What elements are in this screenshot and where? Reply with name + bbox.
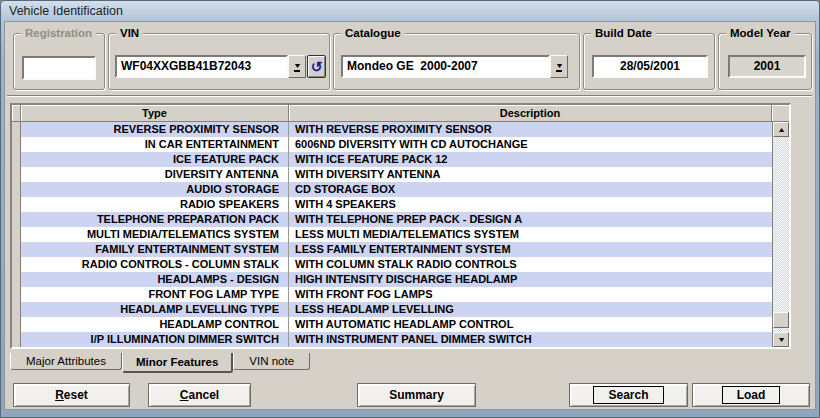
row-gutter <box>12 182 21 197</box>
row-description: WITH 4 SPEAKERS <box>289 197 772 212</box>
row-description: HIGH INTENSITY DISCHARGE HEADLAMP <box>289 272 772 287</box>
scroll-down-icon: ▼ <box>777 336 786 343</box>
catalogue-group: Catalogue Mondeo GE 2000-2007 ▼ <box>333 33 580 90</box>
tab-major-attributes[interactable]: Major Attributes <box>10 353 122 370</box>
row-type: IN CAR ENTERTAINMENT <box>21 137 289 152</box>
build-date-input[interactable]: 28/05/2001 <box>592 55 708 78</box>
cancel-button[interactable]: Cancel <box>148 383 251 407</box>
load-button[interactable]: Load <box>692 383 810 407</box>
vin-undo-button[interactable]: ↺ <box>307 55 326 78</box>
catalogue-combobox: Mondeo GE 2000-2007 ▼ <box>341 55 568 78</box>
scrollbar-track[interactable] <box>773 137 789 332</box>
row-gutter <box>12 332 21 347</box>
column-header-description: Description <box>289 105 772 121</box>
row-gutter <box>12 302 21 317</box>
row-description: LESS MULTI MEDIA/TELEMATICS SYSTEM <box>289 227 772 242</box>
tab-vin-note[interactable]: VIN note <box>233 353 310 370</box>
row-type: ICE FEATURE PACK <box>21 152 289 167</box>
horizontal-separator <box>7 95 812 97</box>
catalogue-dropdown-button[interactable]: ▼ <box>550 55 568 78</box>
row-description: LESS FAMILY ENTERTAINMENT SYSTEM <box>289 242 772 257</box>
row-gutter <box>12 227 21 242</box>
table-row[interactable]: IN CAR ENTERTAINMENT 6006ND DIVERSITY WI… <box>12 137 772 152</box>
features-grid: Type Description REVERSE PROXIMITY SENSO… <box>10 103 791 349</box>
vin-dropdown-button[interactable]: ▼ <box>288 55 306 78</box>
row-type: I/P ILLUMINATION DIMMER SWITCH <box>21 332 289 347</box>
row-gutter <box>12 242 21 257</box>
row-type: AUDIO STORAGE <box>21 182 289 197</box>
table-row[interactable]: MULTI MEDIA/TELEMATICS SYSTEM LESS MULTI… <box>12 227 772 242</box>
row-type: TELEPHONE PREPARATION PACK <box>21 212 289 227</box>
row-description: LESS HEADLAMP LEVELLING <box>289 302 772 317</box>
row-description: 6006ND DIVERSITY WITH CD AUTOCHANGE <box>289 137 772 152</box>
model-year-group: Model Year 2001 <box>718 33 812 90</box>
summary-button[interactable]: Summary <box>357 383 476 407</box>
row-type: HEADLAMP LEVELLING TYPE <box>21 302 289 317</box>
grid-header: Type Description <box>12 105 789 122</box>
table-row[interactable]: HEADLAMP CONTROL WITH AUTOMATIC HEADLAMP… <box>12 317 772 332</box>
vin-input[interactable]: WF04XXGBB41B72043 <box>115 55 288 78</box>
row-description: CD STORAGE BOX <box>289 182 772 197</box>
vin-group: VIN WF04XXGBB41B72043 ▼ ↺ <box>108 33 330 90</box>
row-description: WITH FRONT FOG LAMPS <box>289 287 772 302</box>
row-description: WITH ICE FEATURE PACK 12 <box>289 152 772 167</box>
vin-label: VIN <box>116 26 143 40</box>
table-row[interactable]: RADIO SPEAKERS WITH 4 SPEAKERS <box>12 197 772 212</box>
tab-minor-features[interactable]: Minor Features <box>122 353 233 373</box>
row-gutter <box>12 122 21 137</box>
row-description: WITH TELEPHONE PREP PACK - DESIGN A <box>289 212 772 227</box>
row-gutter <box>12 137 21 152</box>
row-type: HEADLAMPS - DESIGN <box>21 272 289 287</box>
scrollbar-thumb[interactable] <box>773 312 789 328</box>
scroll-up-button[interactable]: ▲ <box>773 122 789 137</box>
table-row[interactable]: TELEPHONE PREPARATION PACK WITH TELEPHON… <box>12 212 772 227</box>
table-row[interactable]: FRONT FOG LAMP TYPE WITH FRONT FOG LAMPS <box>12 287 772 302</box>
scroll-down-button[interactable]: ▼ <box>773 332 789 347</box>
row-description: WITH AUTOMATIC HEADLAMP CONTROL <box>289 317 772 332</box>
row-gutter <box>12 287 21 302</box>
table-row[interactable]: DIVERSITY ANTENNA WITH DIVERSITY ANTENNA <box>12 167 772 182</box>
column-header-type: Type <box>21 105 289 121</box>
table-row[interactable]: FAMILY ENTERTAINMENT SYSTEM LESS FAMILY … <box>12 242 772 257</box>
titlebar[interactable]: Vehicle Identification <box>1 1 819 21</box>
table-row[interactable]: I/P ILLUMINATION DIMMER SWITCH WITH INST… <box>12 332 772 347</box>
catalogue-input[interactable]: Mondeo GE 2000-2007 <box>341 55 550 78</box>
table-row[interactable]: ICE FEATURE PACK WITH ICE FEATURE PACK 1… <box>12 152 772 167</box>
table-row[interactable]: HEADLAMPS - DESIGN HIGH INTENSITY DISCHA… <box>12 272 772 287</box>
row-type: REVERSE PROXIMITY SENSOR <box>21 122 289 137</box>
vertical-scrollbar[interactable]: ▲ ▼ <box>772 122 789 347</box>
catalogue-label: Catalogue <box>341 26 405 40</box>
model-year-label: Model Year <box>726 26 795 40</box>
row-gutter <box>12 197 21 212</box>
row-description: WITH INSTRUMENT PANEL DIMMER SWITCH <box>289 332 772 347</box>
search-button-label: Search <box>593 386 663 404</box>
table-row[interactable]: HEADLAMP LEVELLING TYPE LESS HEADLAMP LE… <box>12 302 772 317</box>
row-type: DIVERSITY ANTENNA <box>21 167 289 182</box>
row-description: WITH REVERSE PROXIMITY SENSOR <box>289 122 772 137</box>
search-button[interactable]: Search <box>569 383 688 407</box>
scroll-up-icon: ▲ <box>777 126 786 133</box>
row-type: RADIO SPEAKERS <box>21 197 289 212</box>
dropdown-arrow-icon: ▼ <box>294 61 301 72</box>
row-type: FAMILY ENTERTAINMENT SYSTEM <box>21 242 289 257</box>
dialog-body: Registration VIN WF04XXGBB41B72043 ▼ ↺ C… <box>4 21 816 410</box>
registration-input[interactable] <box>22 56 96 80</box>
reset-button[interactable]: Reset <box>13 383 130 407</box>
undo-icon: ↺ <box>311 59 323 74</box>
dropdown-arrow-icon: ▼ <box>556 61 563 72</box>
row-gutter <box>12 272 21 287</box>
vehicle-identification-window: Vehicle Identification Registration VIN … <box>0 0 820 418</box>
table-row[interactable]: AUDIO STORAGE CD STORAGE BOX <box>12 182 772 197</box>
row-type: RADIO CONTROLS - COLUMN STALK <box>21 257 289 272</box>
grid-scrollbar-header-cell <box>772 105 789 121</box>
table-row[interactable]: RADIO CONTROLS - COLUMN STALK WITH COLUM… <box>12 257 772 272</box>
table-row[interactable]: REVERSE PROXIMITY SENSOR WITH REVERSE PR… <box>12 122 772 137</box>
row-type: FRONT FOG LAMP TYPE <box>21 287 289 302</box>
row-description: WITH DIVERSITY ANTENNA <box>289 167 772 182</box>
row-gutter <box>12 152 21 167</box>
grid-body: REVERSE PROXIMITY SENSOR WITH REVERSE PR… <box>12 122 789 347</box>
table-body-rows: REVERSE PROXIMITY SENSOR WITH REVERSE PR… <box>12 122 772 347</box>
row-type: HEADLAMP CONTROL <box>21 317 289 332</box>
row-gutter <box>12 317 21 332</box>
build-date-group: Build Date 28/05/2001 <box>583 33 715 90</box>
